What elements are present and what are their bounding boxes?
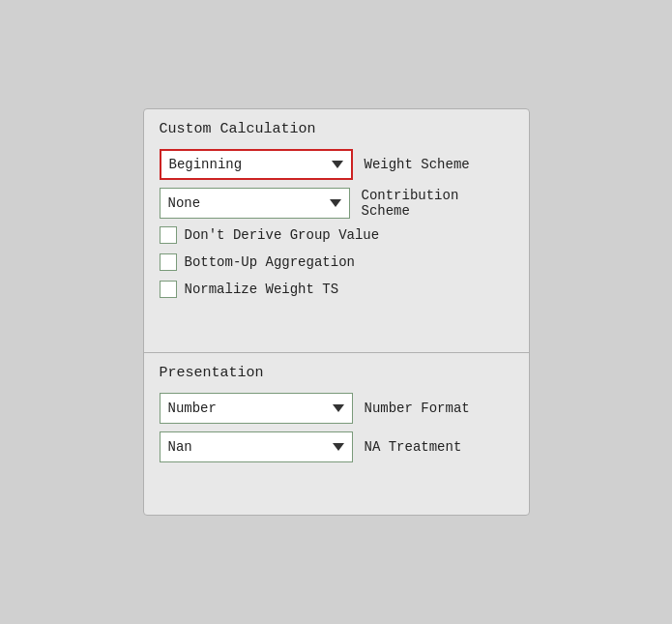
checkboxes-group: Don't Derive Group Value Bottom-Up Aggre… <box>160 226 513 298</box>
bottom-up-row: Bottom-Up Aggregation <box>160 253 513 271</box>
normalize-checkbox[interactable] <box>160 281 177 298</box>
normalize-row: Normalize Weight TS <box>160 281 513 298</box>
weight-scheme-label: Weight Scheme <box>365 157 470 172</box>
na-treatment-arrow-icon <box>333 443 344 451</box>
weight-scheme-arrow-icon <box>332 161 343 168</box>
number-format-arrow-icon <box>333 404 344 412</box>
na-treatment-row: Nan NA Treatment <box>160 431 513 462</box>
bottom-up-checkbox[interactable] <box>160 253 177 271</box>
number-format-row: Number Number Format <box>160 393 513 424</box>
number-format-select[interactable]: Number <box>160 393 353 424</box>
custom-calculation-section: Custom Calculation Beginning Weight Sche… <box>144 109 529 352</box>
normalize-label: Normalize Weight TS <box>185 282 339 297</box>
dont-derive-label: Don't Derive Group Value <box>185 227 380 243</box>
dont-derive-checkbox[interactable] <box>160 226 177 244</box>
presentation-title: Presentation <box>160 365 513 381</box>
na-treatment-label: NA Treatment <box>365 439 462 455</box>
custom-calculation-bottom-padding <box>160 308 513 337</box>
weight-scheme-value: Beginning <box>169 157 326 172</box>
contribution-scheme-value: None <box>168 195 324 211</box>
presentation-section: Presentation Number Number Format Nan NA… <box>144 353 529 515</box>
contribution-scheme-label: Contribution Scheme <box>362 188 513 219</box>
bottom-up-label: Bottom-Up Aggregation <box>185 254 355 270</box>
contribution-scheme-arrow-icon <box>330 199 341 207</box>
custom-calculation-title: Custom Calculation <box>160 121 513 137</box>
dont-derive-row: Don't Derive Group Value <box>160 226 513 244</box>
number-format-value: Number <box>168 401 327 416</box>
weight-scheme-row: Beginning Weight Scheme <box>160 149 513 180</box>
na-treatment-value: Nan <box>168 439 327 455</box>
number-format-label: Number Format <box>365 401 470 416</box>
contribution-scheme-row: None Contribution Scheme <box>160 188 513 219</box>
contribution-scheme-select[interactable]: None <box>160 188 350 219</box>
presentation-bottom-padding <box>160 470 513 499</box>
weight-scheme-select[interactable]: Beginning <box>160 149 353 180</box>
na-treatment-select[interactable]: Nan <box>160 431 353 462</box>
main-panel: Custom Calculation Beginning Weight Sche… <box>143 108 530 516</box>
